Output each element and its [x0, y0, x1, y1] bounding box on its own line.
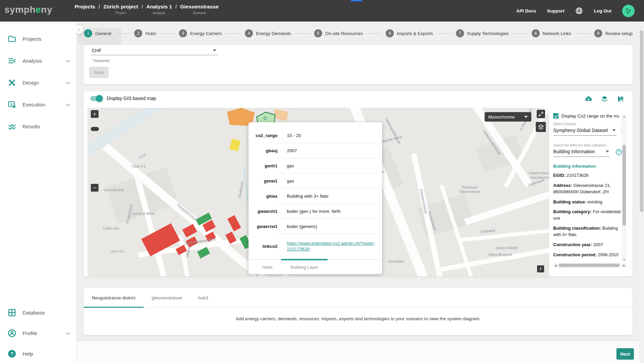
breadcrumb-item-giessenstrasse[interactable]: GiessenstrasseScenario: [180, 3, 219, 15]
sidebar-item-analysis[interactable]: Analysis: [0, 50, 76, 72]
avatar[interactable]: [622, 5, 635, 17]
loading-bar: [351, 0, 362, 1]
gis-toggle-row: Display GIS based map: [90, 96, 156, 101]
step-connector: [160, 33, 175, 34]
breadcrumb-item-analysis-1[interactable]: Analysis 1Analysis: [146, 3, 172, 15]
map-style-select[interactable]: Monochrome: [485, 112, 531, 122]
zoom-scale-widget[interactable]: [91, 127, 99, 131]
step-energy-demands[interactable]: 4Energy Demands: [245, 29, 291, 37]
tab-building-layer[interactable]: Building Layer: [282, 260, 327, 274]
step-connector: [296, 33, 310, 34]
chevron-down-icon: [524, 116, 528, 118]
logout-link[interactable]: Log Out: [594, 8, 611, 13]
folder-icon: [7, 34, 16, 43]
tab-hub3[interactable]: hub3: [190, 288, 216, 307]
save-button[interactable]: Save: [89, 67, 109, 78]
step-hubs[interactable]: 2Hubs: [134, 29, 156, 37]
zoom-out-button[interactable]: −: [91, 184, 99, 192]
hubs-card: Neugutstrasse districtgiessenstrassehub3…: [84, 288, 633, 335]
sidebar-item-projects[interactable]: Projects: [0, 28, 76, 50]
general-form-card: CHF * Required Save: [84, 45, 633, 84]
next-button[interactable]: Next: [616, 348, 634, 360]
popup-value: boiler (gen.) for more. birth: [287, 209, 377, 214]
step-imports-exports[interactable]: 6Imports & Exports: [386, 29, 433, 37]
page-scrollbar[interactable]: [639, 22, 644, 363]
step-connector: [226, 33, 240, 34]
map-info-button[interactable]: i: [537, 265, 544, 272]
help-icon[interactable]: ?: [616, 149, 622, 155]
step-number: 2: [134, 29, 142, 37]
map-label: Let's Go: [110, 249, 124, 253]
profile-icon: [7, 329, 16, 338]
sidebar-item-results[interactable]: Results: [0, 116, 76, 137]
dataset-select[interactable]: Sympheny Global Dataset: [553, 126, 616, 136]
co2-link[interactable]: https://www.estimated-co2.admin.ch/?egid…: [287, 241, 375, 252]
layers-icon[interactable]: [601, 95, 608, 103]
step-general[interactable]: 1General: [84, 29, 111, 37]
sidebar-item-execution[interactable]: Execution: [0, 94, 76, 116]
zoom-in-button[interactable]: +: [91, 110, 99, 118]
scroll-right-icon[interactable]: ▶: [622, 263, 627, 268]
popup-key: gwaerzh1: [249, 209, 277, 214]
tab-neugutstrasse-district[interactable]: Neugutstrasse district: [84, 288, 144, 307]
popup-value[interactable]: https://www.estimated-co2.admin.ch/?egid…: [287, 240, 377, 252]
sidebar-item-profile[interactable]: Profile: [0, 323, 76, 343]
popup-row-genw1: genw1gas: [249, 173, 382, 189]
scroll-up-icon[interactable]: ▲: [622, 114, 627, 119]
sidebar-item-design[interactable]: Design: [0, 72, 76, 94]
step-number: 8: [532, 29, 540, 37]
breadcrumb-item-projects[interactable]: Projects: [75, 3, 95, 15]
currency-select[interactable]: CHF: [90, 46, 218, 55]
scroll-down-icon[interactable]: ▼: [622, 257, 627, 262]
scrollbar-thumb[interactable]: [640, 30, 643, 212]
step-on-site-resources[interactable]: 5On-site Resources: [314, 29, 363, 37]
step-network-links[interactable]: 8Network Links: [532, 29, 571, 37]
sidebar-item-help[interactable]: ?Help: [0, 343, 76, 363]
breadcrumb: Projects/Zürich projectProject/Analysis …: [75, 3, 219, 15]
topbar: sympheny Projects/Zürich projectProject/…: [0, 0, 644, 22]
tab-hubs[interactable]: Hubs: [255, 260, 279, 274]
gis-map-toggle[interactable]: [90, 96, 102, 101]
popup-value: Building with 3+ flats: [287, 194, 377, 199]
breadcrumb-item-z-rich-project[interactable]: Zürich projectProject: [103, 3, 138, 15]
checkbox-label: Display Co2 range on the ma: [561, 113, 619, 119]
co2-range-checkbox-row[interactable]: Display Co2 range on the ma: [553, 113, 622, 119]
checkbox-checked-icon[interactable]: [553, 113, 559, 119]
popup-key: gbauj: [249, 148, 277, 153]
globe-icon[interactable]: [575, 7, 583, 15]
map-road: [437, 243, 549, 272]
fullscreen-button[interactable]: [537, 110, 545, 118]
panel-vertical-scrollbar[interactable]: ▲ ▼: [622, 114, 627, 262]
map-card-actions: [584, 95, 624, 103]
map-layers-button[interactable]: [536, 122, 546, 132]
step-label: General: [95, 31, 111, 36]
building-field-construction-year: Construction year: 2007: [553, 242, 622, 248]
step-supply-technologies[interactable]: 7Supply Technologies: [456, 29, 509, 37]
analysis-icon: [7, 56, 16, 65]
scroll-left-icon[interactable]: ◀: [553, 263, 558, 268]
scrollbar-thumb[interactable]: [559, 264, 620, 267]
tab-giessenstrasse[interactable]: giessenstrasse: [144, 288, 190, 307]
category-select[interactable]: Building Information: [553, 147, 610, 157]
map-label: Velos Brugnoli: [488, 253, 512, 257]
sidebar-item-label: Design: [23, 80, 39, 86]
app-logo[interactable]: sympheny: [4, 4, 52, 15]
support-link[interactable]: Support: [547, 8, 565, 13]
popup-tabs: Hubs Building Layer: [249, 259, 382, 274]
building-field-address: Address: Giessenstrasse 21, 8600/860000 …: [553, 183, 622, 195]
popup-row-co2-range: co2_range15 - 20: [249, 128, 382, 143]
api-docs-link[interactable]: API Docs: [516, 8, 536, 13]
download-cloud-icon[interactable]: [584, 95, 592, 103]
step-review-setup[interactable]: 9Review setup: [594, 29, 633, 37]
popup-key: gwaerzw1: [249, 224, 277, 229]
database-icon: [7, 308, 16, 317]
map-label: Givaudan: [388, 259, 404, 263]
scrollbar-thumb[interactable]: [622, 145, 626, 226]
gis-map[interactable]: GlattClub P.1Coconut BarLunch & MoreColl…: [87, 108, 549, 276]
panel-horizontal-scrollbar[interactable]: ◀ ▶: [553, 263, 627, 268]
step-energy-carriers[interactable]: 3Energy Carriers: [179, 29, 222, 37]
save-link-icon[interactable]: [617, 95, 624, 103]
map-label: Breitibach: [237, 181, 244, 198]
sidebar-item-database[interactable]: Database: [0, 302, 76, 323]
building-field-egid: EGID: 210173628: [553, 172, 622, 179]
